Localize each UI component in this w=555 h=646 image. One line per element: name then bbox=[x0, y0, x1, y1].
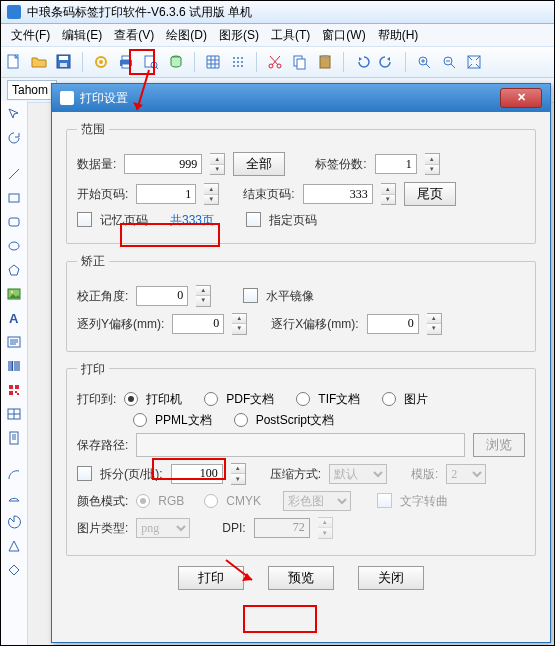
label-remember: 记忆页码 bbox=[100, 213, 148, 227]
annotation-arrow-bottom bbox=[222, 556, 262, 586]
ellipse-tool-icon[interactable] bbox=[5, 237, 23, 255]
label-savepath: 保存路径: bbox=[77, 438, 128, 452]
text-tool-icon[interactable]: A bbox=[5, 309, 23, 327]
rect-tool-icon[interactable] bbox=[5, 189, 23, 207]
input-copies[interactable] bbox=[375, 154, 417, 174]
input-angle[interactable] bbox=[136, 286, 188, 306]
label-split: 拆分(页/批): bbox=[100, 467, 163, 481]
svg-point-16 bbox=[233, 61, 235, 63]
menu-file[interactable]: 文件(F) bbox=[7, 26, 54, 44]
barcode-tool-icon[interactable] bbox=[5, 357, 23, 375]
spinner-yoffset[interactable]: ▲▼ bbox=[232, 313, 247, 335]
spinner-dataqty[interactable]: ▲▼ bbox=[210, 153, 225, 175]
spinner-angle[interactable]: ▲▼ bbox=[196, 285, 211, 307]
cut-icon[interactable] bbox=[266, 53, 284, 71]
zoom-in-icon[interactable] bbox=[415, 53, 433, 71]
grid-table-tool-icon[interactable] bbox=[5, 405, 23, 423]
redo-icon[interactable] bbox=[378, 53, 396, 71]
radio-pdf[interactable] bbox=[204, 392, 218, 406]
button-lastpage[interactable]: 尾页 bbox=[404, 182, 456, 206]
settings-gear-icon[interactable] bbox=[92, 53, 110, 71]
input-xoffset[interactable] bbox=[367, 314, 419, 334]
open-folder-icon[interactable] bbox=[30, 53, 48, 71]
input-dataqty[interactable] bbox=[124, 154, 202, 174]
checkbox-mirror[interactable] bbox=[243, 288, 258, 303]
menubar: 文件(F) 编辑(E) 查看(V) 绘图(D) 图形(S) 工具(T) 窗口(W… bbox=[1, 24, 554, 47]
button-all[interactable]: 全部 bbox=[233, 152, 285, 176]
rotate-tool-icon[interactable] bbox=[5, 129, 23, 147]
radio-pic[interactable] bbox=[382, 392, 396, 406]
optlabel-cmyk: CMYK bbox=[226, 494, 261, 508]
image-tool-icon[interactable] bbox=[5, 285, 23, 303]
input-savepath[interactable] bbox=[136, 433, 465, 457]
radio-tif[interactable] bbox=[296, 392, 310, 406]
spinner-copies[interactable]: ▲▼ bbox=[425, 153, 440, 175]
button-close[interactable]: 关闭 bbox=[358, 566, 424, 590]
menu-shape[interactable]: 图形(S) bbox=[215, 26, 263, 44]
input-split[interactable] bbox=[171, 464, 223, 484]
grid-icon[interactable] bbox=[204, 53, 222, 71]
dialog-close-button[interactable]: ✕ bbox=[500, 88, 542, 108]
grid-dots-icon[interactable] bbox=[229, 53, 247, 71]
rhombus-tool-icon[interactable] bbox=[5, 561, 23, 579]
qrcode-tool-icon[interactable] bbox=[5, 381, 23, 399]
input-yoffset[interactable] bbox=[172, 314, 224, 334]
radio-printer[interactable] bbox=[124, 392, 138, 406]
checkbox-specify-page[interactable] bbox=[246, 212, 261, 227]
spinner-endpage[interactable]: ▲▼ bbox=[381, 183, 396, 205]
radio-ps[interactable] bbox=[234, 413, 248, 427]
group-correction: 矫正 校正角度: ▲▼ 水平镜像 逐列Y偏移(mm): ▲▼ 逐行X偏移(mm)… bbox=[66, 254, 536, 351]
menu-tool[interactable]: 工具(T) bbox=[267, 26, 314, 44]
paste-icon[interactable] bbox=[316, 53, 334, 71]
svg-point-14 bbox=[237, 57, 239, 59]
svg-rect-2 bbox=[59, 56, 68, 60]
toolbar bbox=[1, 47, 554, 78]
new-file-icon[interactable] bbox=[5, 53, 23, 71]
triangle-tool-icon[interactable] bbox=[5, 537, 23, 555]
menu-edit[interactable]: 编辑(E) bbox=[58, 26, 106, 44]
selection-tool-icon[interactable] bbox=[5, 105, 23, 123]
menu-help[interactable]: 帮助(H) bbox=[374, 26, 423, 44]
label-yoffset: 逐列Y偏移(mm): bbox=[77, 317, 164, 331]
menu-view[interactable]: 查看(V) bbox=[110, 26, 158, 44]
checkbox-remember-page[interactable] bbox=[77, 212, 92, 227]
optlabel-pdf: PDF文档 bbox=[226, 392, 274, 406]
optlabel-ps: PostScript文档 bbox=[256, 413, 335, 427]
svg-point-19 bbox=[233, 65, 235, 67]
spinner-startpage[interactable]: ▲▼ bbox=[204, 183, 219, 205]
zoom-fit-icon[interactable] bbox=[465, 53, 483, 71]
dialog-icon bbox=[60, 91, 74, 105]
pie-tool-icon[interactable] bbox=[5, 513, 23, 531]
zoom-out-icon[interactable] bbox=[440, 53, 458, 71]
spinner-split[interactable]: ▲▼ bbox=[231, 463, 246, 485]
font-family-combobox[interactable]: Tahom bbox=[7, 80, 57, 100]
spinner-xoffset[interactable]: ▲▼ bbox=[427, 313, 442, 335]
svg-point-36 bbox=[9, 242, 19, 250]
radio-ppml[interactable] bbox=[133, 413, 147, 427]
button-preview[interactable]: 预览 bbox=[268, 566, 334, 590]
input-startpage[interactable] bbox=[136, 184, 196, 204]
copy-icon[interactable] bbox=[291, 53, 309, 71]
chord-tool-icon[interactable] bbox=[5, 489, 23, 507]
dialog-titlebar: 打印设置 ✕ bbox=[52, 84, 550, 112]
arc-tool-icon[interactable] bbox=[5, 465, 23, 483]
page-tool-icon[interactable] bbox=[5, 429, 23, 447]
link-totalpages[interactable]: 共333页 bbox=[170, 213, 214, 227]
rich-text-tool-icon[interactable] bbox=[5, 333, 23, 351]
print-settings-dialog: 打印设置 ✕ 范围 数据量: ▲▼ 全部 标签份数: ▲▼ 开始页码: bbox=[51, 83, 551, 643]
group-range: 范围 数据量: ▲▼ 全部 标签份数: ▲▼ 开始页码: ▲▼ 结束页码: bbox=[66, 122, 536, 244]
menu-draw[interactable]: 绘图(D) bbox=[162, 26, 211, 44]
roundrect-tool-icon[interactable] bbox=[5, 213, 23, 231]
database-icon[interactable] bbox=[167, 53, 185, 71]
label-endpage: 结束页码: bbox=[243, 187, 294, 201]
undo-icon[interactable] bbox=[353, 53, 371, 71]
line-tool-icon[interactable] bbox=[5, 165, 23, 183]
polygon-tool-icon[interactable] bbox=[5, 261, 23, 279]
checkbox-split[interactable] bbox=[77, 466, 92, 481]
menu-window[interactable]: 窗口(W) bbox=[318, 26, 369, 44]
dialog-title: 打印设置 bbox=[80, 91, 128, 105]
save-icon[interactable] bbox=[55, 53, 73, 71]
input-endpage[interactable] bbox=[303, 184, 373, 204]
label-mirror: 水平镜像 bbox=[266, 289, 314, 303]
svg-point-15 bbox=[241, 57, 243, 59]
